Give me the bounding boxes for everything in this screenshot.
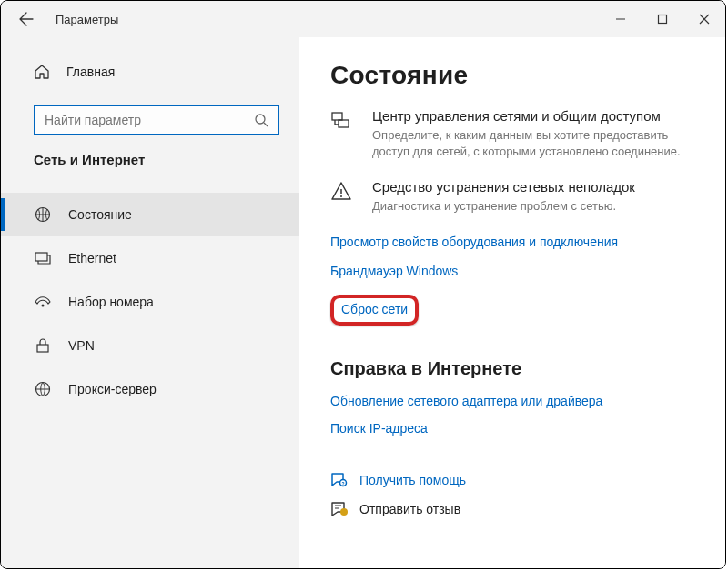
- svg-point-1: [256, 115, 265, 124]
- window-controls: [600, 1, 725, 37]
- sidebar-item-label: Состояние: [68, 207, 132, 222]
- sidebar-item-status[interactable]: Состояние: [1, 193, 299, 236]
- close-icon: [699, 14, 710, 25]
- feature-network-center[interactable]: Центр управления сетями и общим доступом…: [330, 108, 700, 159]
- feature-troubleshooter[interactable]: Средство устранения сетевых неполадок Ди…: [330, 179, 700, 215]
- svg-text:?: ?: [341, 480, 344, 486]
- network-center-icon: [330, 108, 354, 159]
- search-icon: [254, 113, 268, 127]
- feedback-icon: [330, 501, 349, 517]
- svg-point-4: [42, 305, 45, 307]
- svg-rect-7: [332, 113, 342, 120]
- status-icon: [34, 206, 52, 223]
- sidebar: Главная Сеть и Интернет Состояние: [1, 37, 299, 568]
- search-container: [34, 105, 279, 135]
- content-area: Главная Сеть и Интернет Состояние: [1, 37, 725, 568]
- sidebar-item-label: Прокси-сервер: [68, 382, 157, 396]
- link-hardware-props[interactable]: Просмотр свойств оборудования и подключе…: [330, 235, 618, 249]
- sidebar-item-ethernet[interactable]: Ethernet: [1, 236, 299, 280]
- reset-highlight: Сброс сети: [330, 295, 419, 326]
- minimize-button[interactable]: [600, 1, 642, 37]
- feedback-link[interactable]: Отправить отзыв: [330, 501, 700, 517]
- maximize-icon: [657, 14, 668, 25]
- proxy-icon: [34, 381, 52, 397]
- home-label: Главная: [66, 65, 115, 79]
- window-title: Параметры: [56, 13, 118, 26]
- back-button[interactable]: [12, 5, 41, 34]
- bottom-links: ? Получить помощь Отправить отзыв: [330, 472, 700, 517]
- help-heading: Справка в Интернете: [330, 358, 700, 379]
- search-input[interactable]: [45, 113, 254, 127]
- warning-icon: [330, 179, 354, 215]
- main-panel: Состояние Центр управления сетями и общи…: [299, 37, 725, 568]
- feature-desc: Определите, к каким данным вы хотите пре…: [372, 127, 700, 159]
- minimize-icon: [615, 14, 626, 25]
- svg-rect-5: [37, 345, 48, 352]
- help-link-ip[interactable]: Поиск IP-адреса: [330, 421, 700, 436]
- category-heading: Сеть и Интернет: [1, 152, 299, 167]
- close-button[interactable]: [683, 1, 725, 37]
- maximize-button[interactable]: [642, 1, 683, 37]
- svg-rect-8: [339, 120, 349, 127]
- home-button[interactable]: Главная: [1, 54, 299, 90]
- ethernet-icon: [34, 250, 52, 266]
- help-link-label: Поиск IP-адреса: [330, 421, 428, 436]
- titlebar: Параметры: [1, 1, 725, 37]
- sidebar-item-label: Ethernet: [68, 251, 116, 265]
- feature-title: Средство устранения сетевых неполадок: [372, 179, 635, 195]
- sidebar-item-dialup[interactable]: Набор номера: [1, 280, 299, 324]
- settings-window: Параметры Главная: [0, 0, 726, 569]
- sidebar-item-label: Набор номера: [68, 295, 154, 309]
- home-icon: [34, 64, 50, 80]
- get-help-label: Получить помощь: [359, 473, 466, 487]
- vpn-icon: [34, 337, 52, 354]
- svg-rect-3: [35, 253, 47, 261]
- get-help-link[interactable]: ? Получить помощь: [330, 472, 700, 488]
- search-box[interactable]: [34, 105, 279, 135]
- svg-point-12: [340, 508, 348, 516]
- sidebar-item-vpn[interactable]: VPN: [1, 324, 299, 367]
- link-network-reset[interactable]: Сброс сети: [341, 302, 408, 316]
- help-icon: ?: [330, 472, 349, 488]
- feature-title: Центр управления сетями и общим доступом: [372, 108, 700, 124]
- link-firewall[interactable]: Брандмауэр Windows: [330, 264, 458, 278]
- dialup-icon: [34, 296, 52, 308]
- help-link-label: Обновление сетевого адаптера или драйвер…: [330, 394, 602, 408]
- sidebar-item-label: VPN: [68, 338, 95, 353]
- page-title: Состояние: [330, 61, 700, 90]
- svg-point-9: [340, 195, 342, 197]
- help-link-adapter[interactable]: Обновление сетевого адаптера или драйвер…: [330, 394, 700, 408]
- feedback-label: Отправить отзыв: [359, 502, 460, 516]
- feature-desc: Диагностика и устранение проблем с сетью…: [372, 198, 635, 215]
- svg-rect-0: [659, 15, 667, 24]
- arrow-left-icon: [19, 12, 34, 26]
- sidebar-item-proxy[interactable]: Прокси-сервер: [1, 367, 299, 411]
